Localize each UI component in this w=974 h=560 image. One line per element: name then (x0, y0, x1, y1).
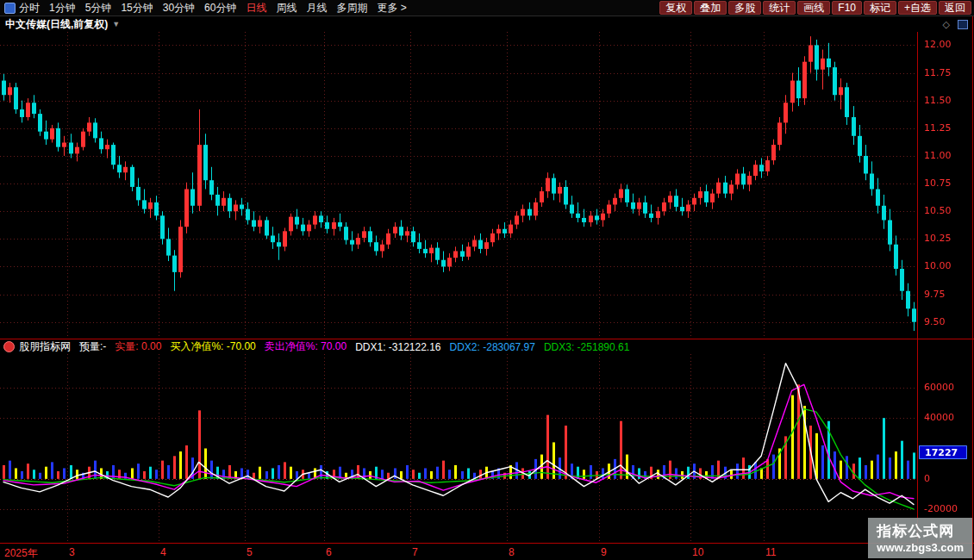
indicator-field-sl: 实量: 0.00 (115, 339, 161, 354)
toolbar-right: 复权 叠加 多股 统计 画线 F10 标记 +自选 返回 (659, 1, 971, 15)
stock-title[interactable]: 中文传媒(日线,前复权) (5, 17, 108, 32)
trading-app-window: 分时 1分钟 5分钟 15分钟 30分钟 60分钟 日线 周线 月线 多周期 更… (0, 0, 974, 560)
x-axis-label: 2025年 (4, 546, 38, 560)
indicator-source-name: 股朋指标网 (19, 339, 71, 354)
menu-item-more[interactable]: 更多 > (377, 1, 406, 16)
indicator-field-yl: 预量:- (79, 339, 106, 354)
x-axis-label: 9 (601, 546, 607, 558)
date-axis: 2025年34567891011 (0, 543, 974, 560)
indicator-chart[interactable] (0, 354, 974, 543)
menu-item-30min[interactable]: 30分钟 (163, 1, 195, 16)
timeframe-menu: 分时 1分钟 5分钟 15分钟 30分钟 60分钟 日线 周线 月线 多周期 更… (19, 1, 407, 16)
statistics-button[interactable]: 统计 (763, 1, 796, 15)
add-watchlist-button[interactable]: +自选 (898, 1, 937, 15)
watermark-site-url: www.zbgs3.com (877, 541, 964, 554)
indicator-header: 股朋指标网 预量:- 实量: 0.00 买入净值%: -70.00 卖出净值%:… (0, 339, 915, 354)
menu-item-weekly[interactable]: 周线 (276, 1, 297, 16)
marker-diamond-icon[interactable]: ◇ (943, 19, 950, 30)
indicator-source-logo (3, 341, 15, 352)
axis-separator-line (917, 32, 918, 543)
watermark: 指标公式网 www.zbgs3.com (868, 518, 972, 558)
indicator-field-ddx3: DDX3: -251890.61 (544, 341, 629, 353)
float-window-icon[interactable] (958, 20, 968, 29)
x-axis-label: 7 (412, 546, 418, 558)
menu-item-60min[interactable]: 60分钟 (204, 1, 236, 16)
x-axis-label: 8 (509, 546, 515, 558)
stock-dropdown-icon[interactable]: ▼ (112, 20, 120, 28)
menu-item-daily[interactable]: 日线 (246, 1, 266, 16)
indicator-field-buy: 买入净值%: -70.00 (170, 339, 255, 354)
menu-item-monthly[interactable]: 月线 (306, 1, 327, 16)
menu-item-5min[interactable]: 5分钟 (85, 1, 112, 16)
watermark-site-name: 指标公式网 (877, 521, 964, 541)
x-axis-label: 6 (326, 546, 332, 558)
back-button[interactable]: 返回 (939, 1, 971, 15)
chart-titlebar: 中文传媒(日线,前复权) ▼ ◇ (0, 16, 974, 32)
x-axis-label: 10 (692, 546, 703, 558)
x-axis-label: 11 (765, 546, 776, 558)
mark-button[interactable]: 标记 (864, 1, 896, 15)
main-price-chart[interactable] (0, 32, 974, 339)
x-axis-label: 5 (247, 546, 253, 558)
top-menubar: 分时 1分钟 5分钟 15分钟 30分钟 60分钟 日线 周线 月线 多周期 更… (0, 0, 974, 16)
menu-item-1min[interactable]: 1分钟 (49, 1, 76, 16)
indicator-field-ddx1: DDX1: -312122.16 (355, 341, 440, 353)
window-right-border (972, 16, 973, 560)
draw-line-button[interactable]: 画线 (797, 1, 830, 15)
x-axis-label: 3 (69, 546, 75, 558)
menu-item-intraday[interactable]: 分时 (19, 1, 40, 16)
restore-rights-button[interactable]: 复权 (659, 1, 692, 15)
x-axis-label: 4 (160, 546, 166, 558)
app-window-icon[interactable] (4, 3, 16, 14)
menu-item-15min[interactable]: 15分钟 (121, 1, 153, 16)
indicator-field-ddx2: DDX2: -283067.97 (450, 341, 535, 353)
indicator-field-sell: 卖出净值%: 70.00 (265, 339, 347, 354)
f10-button[interactable]: F10 (832, 1, 862, 15)
multi-stock-button[interactable]: 多股 (728, 1, 761, 15)
panel-divider (0, 339, 974, 339)
overlay-button[interactable]: 叠加 (694, 1, 727, 15)
menu-item-multi-period[interactable]: 多周期 (336, 1, 367, 16)
